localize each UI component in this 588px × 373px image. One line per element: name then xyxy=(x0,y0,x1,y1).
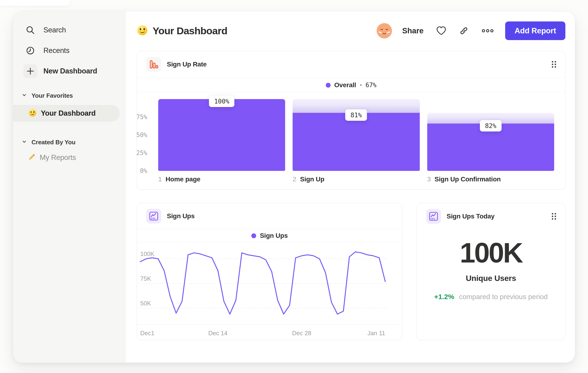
funnel-step: 82%3Sign Up Confirmation xyxy=(427,99,554,183)
more-options-icon[interactable] xyxy=(481,29,494,33)
plus-icon xyxy=(23,64,37,78)
sidebar-item-label: My Reports xyxy=(40,153,76,162)
funnel-step-label: 3Sign Up Confirmation xyxy=(427,176,554,183)
y-axis-tick: 0% xyxy=(129,167,147,174)
smiley-emoji-icon xyxy=(28,109,37,118)
funnel-legend[interactable]: Overall • 67% xyxy=(137,78,565,93)
conversion-tooltip: 82% xyxy=(480,120,501,131)
x-axis-tick: Jan 11 xyxy=(368,330,385,337)
card-header: Sign Ups Today xyxy=(417,203,565,229)
metric-delta: +1.2% compared to previous period xyxy=(417,293,565,301)
sidebar-item-label: Recents xyxy=(43,46,70,55)
section-label: Created By You xyxy=(32,139,75,146)
pencil-emoji-icon xyxy=(28,153,36,162)
line-chart-icon xyxy=(426,209,441,224)
page-title: Your Dashboard xyxy=(153,25,227,37)
dashboard-header: Your Dashboard Share Add Repor xyxy=(137,21,565,41)
funnel-bar[interactable] xyxy=(158,99,285,171)
y-axis-tick: 75K xyxy=(140,275,151,282)
sidebar-section-created-by-you[interactable]: Created By You xyxy=(13,138,125,147)
sign-ups-line-chart[interactable]: 100K75K50K xyxy=(140,245,388,324)
card-title: Sign Ups xyxy=(167,212,195,220)
main-content: Your Dashboard Share Add Repor xyxy=(126,11,575,363)
x-axis-line xyxy=(137,324,402,325)
funnel-step-label: 1Home page xyxy=(158,176,285,183)
copy-link-icon[interactable] xyxy=(459,26,469,36)
chevron-down-icon xyxy=(22,92,27,99)
card-header: Sign Ups xyxy=(137,203,402,229)
funnel-y-axis: 75%50%25%0% xyxy=(137,99,151,171)
y-axis-tick: 50K xyxy=(140,300,151,307)
funnel-step: 100%1Home page xyxy=(158,99,285,183)
legend-separator: • xyxy=(360,82,362,88)
conversion-tooltip: 81% xyxy=(345,109,367,121)
share-button[interactable]: Share xyxy=(402,26,424,35)
dashboard-title-emoji smiley-emoji-icon xyxy=(137,25,148,37)
avatar[interactable] xyxy=(377,23,392,39)
sidebar-item-label: New Dashboard xyxy=(43,67,97,75)
drag-handle-icon[interactable] xyxy=(551,212,557,220)
x-axis-tick: Dec 14 xyxy=(208,330,228,337)
legend-value: 67% xyxy=(366,81,377,89)
sidebar-item-label: Search xyxy=(43,26,66,34)
legend-label: Sign Ups xyxy=(260,232,288,239)
sidebar-item-recents[interactable]: Recents xyxy=(13,43,125,58)
app-window: Search Recents New Dashboard Your Favori… xyxy=(13,11,575,363)
x-axis-tick: Dec 28 xyxy=(292,330,311,337)
sidebar-item-search[interactable]: Search xyxy=(13,23,125,38)
clock-icon xyxy=(23,44,37,58)
x-axis-tick: Dec1 xyxy=(140,330,155,337)
drag-handle-icon[interactable] xyxy=(551,60,557,68)
delta-description: compared to previous period xyxy=(459,293,548,301)
y-axis-tick: 100K xyxy=(140,250,155,257)
chevron-down-icon xyxy=(22,139,27,145)
sign-ups-today-card: Sign Ups Today 100K Unique Users +1.2% c… xyxy=(417,203,565,340)
sidebar-item-new-dashboard[interactable]: New Dashboard xyxy=(13,64,125,79)
sidebar-section-your-favorites[interactable]: Your Favorites xyxy=(13,91,125,100)
funnel-step-label: 2Sign Up xyxy=(293,176,420,183)
funnel-chart: 75%50%25%0% 100%1Home page81%2Sign Up82%… xyxy=(137,99,554,183)
delta-percent: +1.2% xyxy=(434,293,454,301)
x-axis-labels: Dec1Dec 14Dec 28Jan 11 xyxy=(140,330,385,338)
sidebar-item-my-reports[interactable]: My Reports xyxy=(13,152,125,163)
favorite-heart-icon[interactable] xyxy=(436,26,446,35)
sidebar-item-label: Your Dashboard xyxy=(41,109,96,118)
sign-ups-card: Sign Ups Sign Ups 100K75K50K Dec1Dec 14D… xyxy=(137,203,402,340)
search-icon xyxy=(23,23,37,37)
legend-dot xyxy=(326,83,331,88)
sidebar-item-your-dashboard-selected[interactable]: Your Dashboard xyxy=(13,105,120,122)
header-actions: Share Add Report xyxy=(377,21,565,40)
sign-up-rate-card: Sign Up Rate Overall • 67% 75%50%25%0% 1… xyxy=(137,51,565,190)
section-label: Your Favorites xyxy=(32,92,73,99)
card-title: Sign Up Rate xyxy=(167,60,207,68)
card-title: Sign Ups Today xyxy=(447,213,494,220)
background-window-artifact xyxy=(0,0,70,6)
card-header: Sign Up Rate xyxy=(137,51,565,78)
funnel-chart-icon xyxy=(146,57,161,72)
y-axis-tick: 50% xyxy=(129,131,147,139)
legend-label: Overall xyxy=(334,81,356,89)
metric-label: Unique Users xyxy=(417,274,565,283)
y-axis-tick: 75% xyxy=(129,113,147,121)
metric-value: 100K xyxy=(417,239,565,267)
line-legend[interactable]: Sign Ups xyxy=(137,229,402,242)
line-chart-icon xyxy=(146,209,161,223)
add-report-button[interactable]: Add Report xyxy=(505,21,565,40)
sign-ups-series-line xyxy=(140,252,385,314)
funnel-bar[interactable] xyxy=(293,113,420,171)
funnel-step: 81%2Sign Up xyxy=(293,99,420,183)
funnel-bars: 100%1Home page81%2Sign Up82%3Sign Up Con… xyxy=(158,99,554,183)
legend-dot xyxy=(251,233,256,238)
conversion-tooltip: 100% xyxy=(209,96,234,107)
screen: Search Recents New Dashboard Your Favori… xyxy=(0,0,588,373)
y-axis-tick: 25% xyxy=(129,150,147,156)
sidebar: Search Recents New Dashboard Your Favori… xyxy=(13,11,126,363)
